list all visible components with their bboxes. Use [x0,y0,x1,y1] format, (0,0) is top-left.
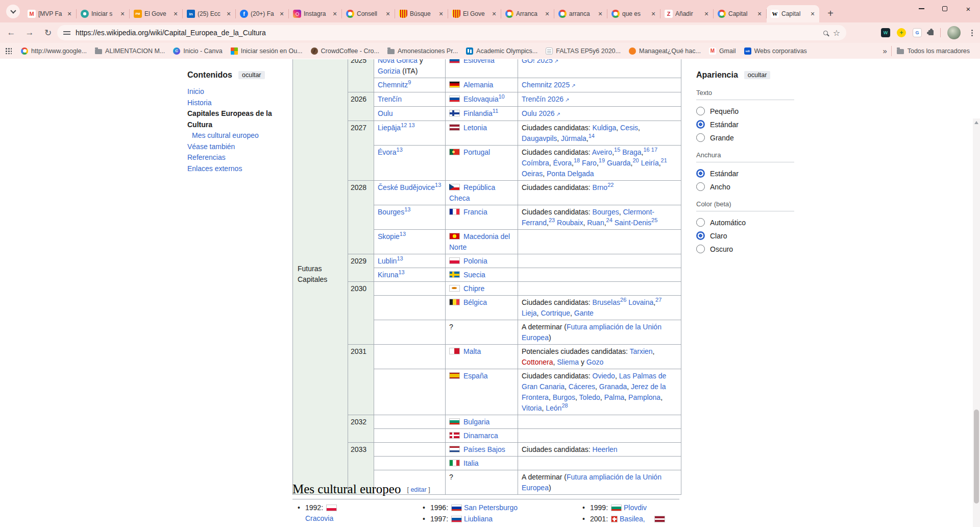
reference-link[interactable]: 16 17 [643,147,657,153]
wiki-link[interactable]: Gante [574,309,594,317]
back-button[interactable]: ← [4,26,18,40]
country-link[interactable]: Alemania [463,81,493,89]
country-link[interactable]: Italia [463,459,479,467]
new-tab-button[interactable]: + [823,6,838,20]
reference-link[interactable]: 19 [599,157,605,163]
wiki-link[interactable]: České Budějovice [378,183,435,191]
wiki-link[interactable]: Palma [604,393,625,401]
wiki-link[interactable]: Roubaix [557,219,583,227]
toc-link[interactable]: Referencias [187,153,226,161]
bookmark-item[interactable]: Academic Olympics... [462,46,542,56]
wiki-link[interactable]: Cortrique [541,309,570,317]
forward-button[interactable]: → [22,26,37,40]
tab-close-icon[interactable]: × [118,10,127,18]
toc-link[interactable]: Mes cultural europeo [187,131,259,139]
bookmark-item[interactable]: CrowdCoffee - Cro... [307,46,383,56]
country-link[interactable]: Bulgaria [463,418,489,426]
toc-link[interactable]: Enlaces externos [187,164,242,173]
bookmark-item[interactable]: MGmail [705,46,740,56]
tab-2[interactable]: Iniciar s× [77,5,129,22]
tab-close-icon[interactable]: × [65,10,74,18]
country-link[interactable]: Bélgica [463,298,487,306]
reference-link[interactable]: 12 13 [401,122,415,128]
wiki-link[interactable]: Skopie [378,232,400,241]
radio-option[interactable]: Grande [696,133,794,142]
edit-section-link[interactable]: [ editar ] [407,486,430,493]
reference-link[interactable]: 21 [661,157,667,163]
wiki-link[interactable]: Lovaina [628,298,653,306]
extensions-puzzle-icon[interactable] [928,30,934,35]
wiki-link[interactable]: Bourges [593,208,619,216]
tab-13[interactable]: ZAñadir× [660,5,713,22]
wiki-link[interactable]: Oeiras [522,170,543,178]
tab-15-active[interactable]: WCapital× [767,5,819,22]
radio-option[interactable]: Estándar [696,169,794,178]
scrollbar-thumb[interactable] [974,410,979,504]
site-info-icon[interactable] [63,30,70,36]
toc-link[interactable]: Historia [187,99,211,107]
apps-grid-icon[interactable] [5,47,12,54]
country-link[interactable]: Dinamarca [463,432,498,440]
extension-w-icon[interactable]: W [881,28,890,37]
radio-option[interactable]: Ancho [696,182,794,191]
radio-option[interactable]: Oscuro [696,245,794,253]
wiki-link[interactable]: Gozo [586,358,603,366]
bookmark-item[interactable]: FALTAS EP5y6 2020... [542,46,625,56]
reference-link[interactable]: 14 [589,133,595,139]
wiki-link[interactable]: Pamplona [628,393,660,401]
country-link[interactable]: Suecia [463,271,485,279]
tab-close-icon[interactable]: × [543,10,551,18]
wiki-link[interactable]: Cesis [620,124,638,132]
reference-link[interactable]: 15 [614,147,620,153]
radio-option[interactable]: Claro [696,231,794,240]
wiki-link[interactable]: Faro [582,159,597,167]
reference-link[interactable]: 25 [651,217,657,223]
wiki-link[interactable]: Bourges [378,208,404,216]
reference-link[interactable]: 13 [398,269,404,275]
country-link[interactable]: Finlandia [463,109,493,117]
scrollbar-up-arrow[interactable] [974,121,978,124]
reference-link[interactable]: 24 [606,217,612,223]
reference-link[interactable]: 13 [435,182,441,188]
country-link[interactable]: Polonia [463,257,487,265]
reference-link[interactable]: 11 [493,108,498,114]
wiki-link[interactable]: Sliema [557,358,579,366]
tab-close-icon[interactable]: × [702,10,710,18]
wiki-link[interactable]: Ruan [587,219,604,227]
wiki-link[interactable]: Saint-Denis [615,219,651,227]
reference-link[interactable]: 26 [620,297,626,303]
wiki-link[interactable]: Kuldiga [593,124,617,132]
city-link[interactable]: Liubliana [464,515,493,523]
reference-link[interactable]: 13 [397,147,403,153]
maximize-button[interactable] [933,0,957,17]
close-button[interactable]: × [957,0,980,17]
country-link[interactable]: Francia [463,208,487,216]
tab-10[interactable]: Arranca× [501,5,554,22]
wiki-link[interactable]: Coímbra [522,159,549,167]
reference-link[interactable]: 10 [499,93,505,100]
reference-link[interactable]: 28 [561,402,568,409]
country-link[interactable]: Eslovenia [463,59,495,64]
reference-link[interactable]: 9 [408,79,411,85]
reference-link[interactable]: 22 [607,182,614,188]
wiki-link[interactable]: Heerlen [593,445,618,453]
bookmark-item[interactable]: Amonestaciones Pr... [383,46,462,56]
external-link[interactable]: Chemnitz 2025 [522,81,570,89]
edit-label[interactable]: editar [410,486,426,493]
tab-close-icon[interactable]: × [808,10,817,18]
country-link[interactable]: Letonia [463,124,487,132]
wiki-link[interactable]: Oulu [378,109,393,117]
browser-menu-icon[interactable] [971,32,973,34]
wiki-link[interactable]: Jūrmala [561,134,586,142]
reference-link[interactable]: 18 [574,157,580,163]
country-link[interactable]: Eslovaquia [463,95,499,103]
wiki-link[interactable]: León [546,404,561,412]
bookmark-star-icon[interactable]: ☆ [833,28,840,38]
city-link[interactable]: Basilea, [620,515,645,523]
reference-link[interactable]: 13 [397,255,403,261]
wiki-link[interactable]: Kiruna [378,271,398,279]
tab-close-icon[interactable]: × [172,10,180,18]
wiki-link[interactable]: Évora [378,148,397,156]
redlink[interactable]: Cottonera [522,358,553,366]
tab-7[interactable]: Consell× [342,5,395,22]
